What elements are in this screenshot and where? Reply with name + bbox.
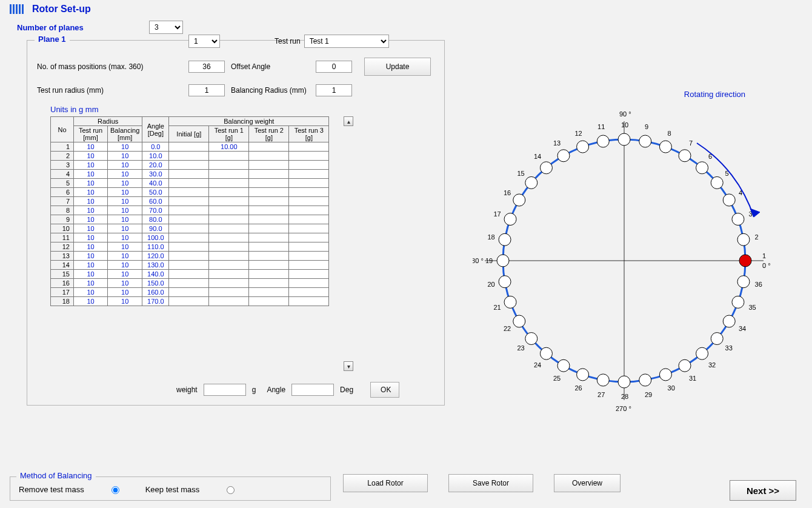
svg-text:11: 11: [597, 123, 605, 130]
svg-point-77: [737, 276, 750, 288]
table-row[interactable]: 8101070.0: [51, 206, 329, 215]
testrun-select[interactable]: Test 1: [304, 35, 389, 48]
table-row[interactable]: 161010150.0: [51, 279, 329, 288]
svg-point-65: [659, 369, 671, 381]
num-planes-select[interactable]: 3: [149, 21, 183, 34]
table-row[interactable]: 131010120.0: [51, 252, 329, 261]
svg-point-11: [732, 213, 744, 226]
table-row[interactable]: 7101060.0: [51, 197, 329, 206]
svg-text:13: 13: [553, 139, 561, 147]
svg-point-29: [577, 141, 589, 153]
mass-positions-input[interactable]: [188, 61, 225, 73]
rotor-diagram: Rotating direction 90 °180 °270 °10 °234…: [473, 85, 788, 424]
table-row[interactable]: 121010110.0: [51, 242, 329, 252]
plane-fieldset: Plane 1 1 Test run Test 1 No. of mass po…: [27, 40, 445, 406]
update-button[interactable]: Update: [364, 58, 431, 76]
svg-point-67: [679, 359, 691, 372]
rotor-setup-panel: { "title": "Rotor Set-up", "num_planes":…: [0, 0, 812, 508]
remove-mass-radio[interactable]: [111, 486, 119, 494]
keep-mass-radio[interactable]: [227, 486, 235, 494]
table-row[interactable]: 5101040.0: [51, 179, 329, 188]
rotor-icon: [10, 4, 24, 14]
svg-point-27: [597, 135, 609, 147]
svg-text:17: 17: [494, 210, 501, 218]
testrun-label: Test run: [275, 37, 301, 45]
svg-point-47: [504, 296, 516, 308]
svg-text:7: 7: [689, 139, 693, 147]
svg-point-49: [513, 315, 525, 327]
table-row[interactable]: 9101080.0: [51, 215, 329, 224]
load-rotor-button[interactable]: Load Rotor: [343, 474, 428, 492]
angle-input[interactable]: [291, 384, 334, 396]
svg-point-59: [597, 374, 609, 386]
balancing-radius-input[interactable]: [316, 84, 352, 96]
svg-point-31: [557, 150, 570, 162]
svg-point-13: [723, 194, 735, 206]
table-row[interactable]: 6101050.0: [51, 188, 329, 197]
svg-point-71: [711, 333, 723, 345]
table-row[interactable]: 171010160.0: [51, 288, 329, 297]
svg-point-23: [639, 135, 651, 147]
svg-text:0 °: 0 °: [762, 262, 771, 269]
svg-point-17: [696, 162, 708, 174]
svg-text:180 °: 180 °: [473, 257, 484, 264]
save-rotor-button[interactable]: Save Rotor: [448, 474, 533, 492]
weight-label: weight: [176, 386, 198, 394]
svg-point-51: [525, 333, 537, 345]
weight-input[interactable]: [204, 384, 246, 396]
svg-point-15: [711, 176, 723, 189]
table-row[interactable]: 4101030.0: [51, 170, 329, 179]
table-row[interactable]: 111010100.0: [51, 233, 329, 242]
overview-button[interactable]: Overview: [554, 474, 621, 492]
ok-button[interactable]: OK: [370, 382, 399, 398]
scroll-down-icon[interactable]: ▾: [344, 361, 353, 371]
svg-text:270 °: 270 °: [616, 405, 631, 412]
svg-text:21: 21: [494, 304, 501, 311]
next-button[interactable]: Next >>: [730, 480, 796, 501]
svg-text:29: 29: [645, 391, 652, 398]
svg-text:9: 9: [645, 123, 648, 130]
svg-text:90 °: 90 °: [619, 110, 631, 118]
svg-point-57: [577, 369, 589, 381]
plane-select[interactable]: 1: [188, 35, 220, 48]
table-row[interactable]: 3101020.0: [51, 161, 329, 170]
angle-unit: Deg: [340, 386, 353, 394]
offset-angle-input[interactable]: [316, 61, 352, 73]
svg-point-6: [739, 255, 751, 267]
svg-text:12: 12: [574, 130, 582, 137]
svg-text:23: 23: [517, 344, 524, 352]
offset-angle-label: Offset Angle: [231, 62, 316, 71]
svg-text:28: 28: [621, 393, 628, 400]
svg-point-35: [525, 176, 537, 189]
svg-point-73: [723, 315, 735, 327]
table-row[interactable]: 181010170.0: [51, 297, 329, 306]
table-row[interactable]: 2101010.0: [51, 152, 329, 161]
svg-text:22: 22: [504, 325, 511, 332]
plane-legend: Plane 1: [35, 35, 70, 44]
mass-positions-label: No. of mass positions (max. 360): [37, 62, 188, 71]
testrun-radius-label: Test run radius (mm): [37, 86, 188, 95]
svg-point-19: [679, 150, 691, 162]
svg-text:36: 36: [755, 281, 762, 288]
table-row[interactable]: 10101090.0: [51, 224, 329, 233]
table-row[interactable]: 141010130.0: [51, 261, 329, 270]
svg-point-25: [618, 133, 630, 145]
table-row[interactable]: 110100.010.00: [51, 142, 329, 152]
testrun-radius-input[interactable]: [188, 84, 225, 96]
svg-point-45: [499, 276, 511, 288]
svg-text:30: 30: [668, 384, 675, 392]
scroll-up-icon[interactable]: ▴: [344, 116, 353, 126]
svg-text:18: 18: [487, 233, 494, 241]
svg-text:25: 25: [553, 375, 561, 382]
table-row[interactable]: 151010140.0: [51, 270, 329, 279]
mass-table[interactable]: No Radius Angle[Deg] Balancing weight Te…: [50, 116, 329, 306]
svg-text:27: 27: [597, 391, 605, 398]
balancing-radius-label: Balancing Radius (mm): [231, 86, 316, 95]
remove-mass-label: Remove test mass: [19, 485, 84, 494]
svg-text:2: 2: [755, 233, 759, 241]
svg-text:33: 33: [725, 344, 733, 352]
svg-point-43: [497, 255, 509, 267]
svg-point-63: [639, 374, 651, 386]
table-scrollbar[interactable]: ▴ ▾: [344, 116, 354, 371]
method-legend: Method of Balancing: [16, 471, 96, 480]
